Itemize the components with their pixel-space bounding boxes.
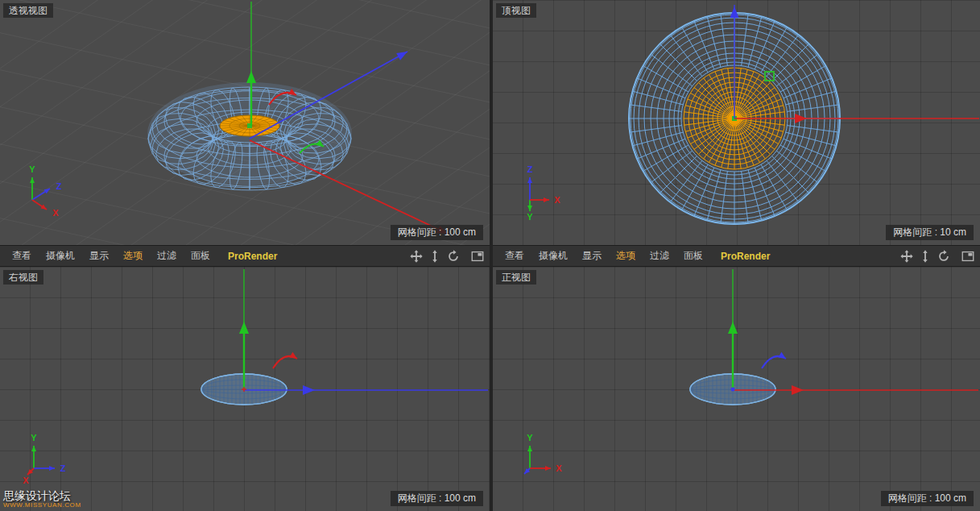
menu-filter[interactable]: 过滤 xyxy=(150,249,184,263)
menu-camera[interactable]: 摄像机 xyxy=(531,249,575,263)
viewport-label: 顶视图 xyxy=(496,3,536,18)
axis-label-z: Z xyxy=(60,463,66,473)
axis-label-y: Y xyxy=(527,433,533,442)
viewport-top[interactable]: Z Y X 顶视图 网格间距 : 10 cm xyxy=(493,0,980,245)
axis-label-y: Y xyxy=(31,433,37,442)
axis-gizmo: Z Y X xyxy=(517,164,573,221)
menu-prorender[interactable]: ProRender xyxy=(710,251,777,262)
viewport-menubar-right: 查看 摄像机 显示 选项 过滤 面板 ProRender xyxy=(493,245,980,267)
viewport-right[interactable]: Y Z X 右视图 网格间距 : 100 cm xyxy=(0,267,490,511)
viewport-label: 正视图 xyxy=(496,270,536,285)
axis-gizmo: Y Z X xyxy=(21,164,77,221)
viewport-nav-icons xyxy=(409,249,485,264)
menu-prorender[interactable]: ProRender xyxy=(217,251,284,262)
bottom-viewport-row: Y Z X 右视图 网格间距 : 100 cm Y X 正视图 网格间距 : 1… xyxy=(0,267,980,511)
pan-icon[interactable] xyxy=(409,249,424,264)
menu-display[interactable]: 显示 xyxy=(82,249,116,263)
top-viewport-row: Y Z X 透视视图 网格间距 : 100 cm Z Y X 顶视图 网格间距 … xyxy=(0,0,980,245)
toggle-view-icon[interactable] xyxy=(470,249,485,264)
viewport-perspective[interactable]: Y Z X 透视视图 网格间距 : 100 cm xyxy=(0,0,490,245)
axis-label-x: X xyxy=(554,195,560,205)
menu-options[interactable]: 选项 xyxy=(609,249,643,263)
rotate-icon[interactable] xyxy=(446,249,461,264)
watermark-title: 思缘设计论坛 xyxy=(3,490,81,502)
pan-icon[interactable] xyxy=(899,249,914,264)
axis-label-z: Z xyxy=(56,181,62,191)
menu-view[interactable]: 查看 xyxy=(5,249,39,263)
dolly-icon[interactable] xyxy=(918,249,932,264)
menu-display[interactable]: 显示 xyxy=(575,249,609,263)
menu-filter[interactable]: 过滤 xyxy=(643,249,676,263)
axis-label-y: Y xyxy=(527,212,533,222)
grid-spacing-badge: 网格间距 : 100 cm xyxy=(391,225,483,240)
axis-label-y: Y xyxy=(29,164,35,174)
c4d-viewport-panel: Y Z X 透视视图 网格间距 : 100 cm Z Y X 顶视图 网格间距 … xyxy=(0,0,980,511)
menu-options[interactable]: 选项 xyxy=(116,249,150,263)
viewport-label: 右视图 xyxy=(3,270,43,285)
axis-label-x: X xyxy=(556,463,562,473)
axis-gizmo: Y X xyxy=(517,433,573,489)
rotate-icon[interactable] xyxy=(937,249,951,264)
axis-label-x: X xyxy=(23,476,29,485)
menu-panel[interactable]: 面板 xyxy=(676,249,710,263)
viewport-label: 透视视图 xyxy=(3,3,53,18)
watermark: 思缘设计论坛 WWW.MISSYUAN.COM xyxy=(3,490,81,509)
grid-spacing-badge: 网格间距 : 100 cm xyxy=(391,491,483,506)
viewport-nav-icons xyxy=(899,249,975,264)
axis-label-x: X xyxy=(52,208,59,218)
axis-label-z: Z xyxy=(527,164,533,174)
watermark-url: WWW.MISSYUAN.COM xyxy=(3,502,81,509)
grid-spacing-badge: 网格间距 : 10 cm xyxy=(886,225,974,240)
menu-panel[interactable]: 面板 xyxy=(184,249,217,263)
grid-spacing-badge: 网格间距 : 100 cm xyxy=(881,491,974,506)
menu-camera[interactable]: 摄像机 xyxy=(39,249,82,263)
viewport-front[interactable]: Y X 正视图 网格间距 : 100 cm xyxy=(493,267,980,511)
axis-gizmo: Y Z X xyxy=(21,433,77,489)
viewport-menubar-row: 查看 摄像机 显示 选项 过滤 面板 ProRender 查看 摄像机 显示 选… xyxy=(0,245,980,267)
toggle-view-icon[interactable] xyxy=(961,249,975,264)
viewport-menubar-left: 查看 摄像机 显示 选项 过滤 面板 ProRender xyxy=(0,245,490,267)
menu-view[interactable]: 查看 xyxy=(498,249,531,263)
dolly-icon[interactable] xyxy=(428,249,442,264)
